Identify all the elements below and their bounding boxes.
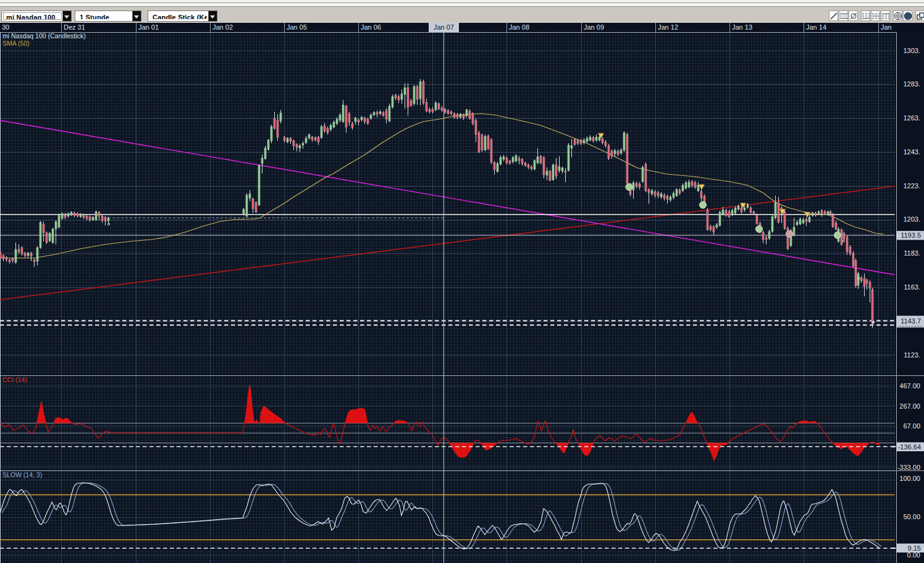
- svg-text:1203.: 1203.: [903, 215, 920, 223]
- svg-text:467.00: 467.00: [899, 382, 920, 390]
- svg-text:mi Nasdaq 100 (Candlestick): mi Nasdaq 100 (Candlestick): [2, 32, 86, 40]
- svg-text:1183.: 1183.: [904, 249, 920, 257]
- svg-text:9.15: 9.15: [908, 544, 921, 552]
- svg-text:CCI (14): CCI (14): [2, 376, 27, 383]
- svg-text:SMA (50): SMA (50): [2, 40, 30, 47]
- svg-text:267.00: 267.00: [899, 402, 920, 410]
- svg-text:1163.: 1163.: [904, 283, 920, 291]
- svg-text:-333.00: -333.00: [897, 464, 920, 471]
- svg-text:1123.: 1123.: [904, 351, 920, 359]
- svg-text:-136.64: -136.64: [898, 443, 921, 451]
- svg-text:1263.: 1263.: [903, 114, 920, 122]
- svg-text:1243.: 1243.: [903, 148, 920, 156]
- svg-text:100.00: 100.00: [899, 475, 920, 482]
- svg-text:67.00: 67.00: [903, 422, 920, 430]
- svg-text:1283.: 1283.: [903, 80, 920, 88]
- svg-text:1303.: 1303.: [903, 47, 920, 54]
- svg-text:1223.: 1223.: [903, 182, 920, 190]
- svg-text:1143.7: 1143.7: [901, 317, 921, 325]
- svg-text:1193.5: 1193.5: [901, 231, 921, 239]
- svg-text:SLOW (14, 3): SLOW (14, 3): [2, 471, 42, 478]
- svg-text:50.00: 50.00: [903, 513, 920, 520]
